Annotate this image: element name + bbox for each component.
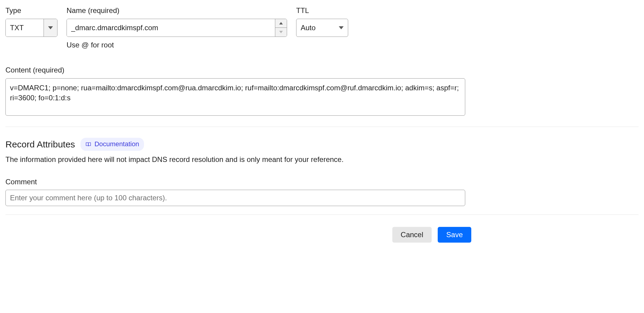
caret-down-icon bbox=[48, 26, 53, 29]
name-hint: Use @ for root bbox=[67, 40, 287, 50]
name-label: Name (required) bbox=[67, 5, 287, 16]
book-icon bbox=[85, 141, 91, 147]
content-textarea[interactable] bbox=[5, 78, 465, 116]
caret-down-icon bbox=[339, 26, 344, 29]
comment-input[interactable] bbox=[5, 190, 465, 206]
save-button[interactable]: Save bbox=[438, 227, 471, 243]
section-divider bbox=[5, 215, 639, 215]
cancel-button[interactable]: Cancel bbox=[392, 227, 432, 243]
caret-up-icon bbox=[279, 22, 283, 24]
ttl-label: TTL bbox=[296, 5, 348, 16]
comment-label: Comment bbox=[5, 177, 639, 187]
name-input-wrapper bbox=[67, 19, 287, 37]
documentation-link[interactable]: Documentation bbox=[80, 138, 144, 151]
name-spinner bbox=[275, 19, 287, 37]
caret-down-icon bbox=[279, 31, 283, 33]
content-label: Content (required) bbox=[5, 65, 639, 75]
type-select[interactable]: TXT bbox=[5, 19, 57, 37]
section-divider bbox=[5, 127, 639, 127]
type-value: TXT bbox=[6, 19, 44, 37]
record-attributes-description: The information provided here will not i… bbox=[5, 154, 639, 165]
record-attributes-heading: Record Attributes bbox=[5, 138, 75, 151]
name-spin-down[interactable] bbox=[275, 27, 287, 37]
ttl-dropdown-toggle[interactable] bbox=[335, 19, 348, 37]
documentation-label: Documentation bbox=[94, 140, 139, 149]
name-input[interactable] bbox=[67, 19, 275, 37]
name-spin-up[interactable] bbox=[275, 19, 287, 28]
type-dropdown-toggle[interactable] bbox=[44, 19, 57, 37]
ttl-select[interactable]: Auto bbox=[296, 19, 348, 37]
ttl-value: Auto bbox=[296, 19, 335, 37]
type-label: Type bbox=[5, 5, 57, 16]
